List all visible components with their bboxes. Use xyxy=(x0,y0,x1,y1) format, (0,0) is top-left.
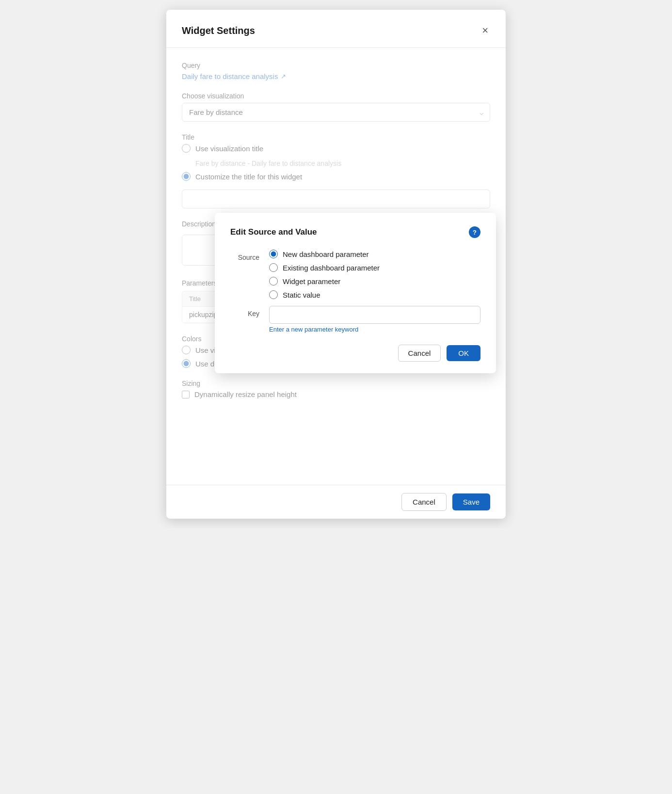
modal-body: Query Daily fare to distance analysis ↗ … xyxy=(166,48,506,485)
key-hint: Enter a new parameter keyword xyxy=(269,326,480,333)
sub-cancel-button[interactable]: Cancel xyxy=(398,345,441,362)
close-button[interactable]: × xyxy=(480,23,490,38)
source-radio-group: New dashboard parameter Existing dashboa… xyxy=(269,250,380,299)
key-field-row: Key pickupzip Enter a new parameter keyw… xyxy=(230,306,480,333)
key-input[interactable]: pickupzip xyxy=(269,306,480,324)
sub-dialog-footer: Cancel OK xyxy=(230,345,480,362)
source-new-dashboard-row: New dashboard parameter xyxy=(269,250,380,258)
save-button[interactable]: Save xyxy=(452,493,490,510)
sub-dialog-header: Edit Source and Value ? xyxy=(230,226,480,238)
source-static-label: Static value xyxy=(283,291,320,299)
widget-settings-modal: Widget Settings × Query Daily fare to di… xyxy=(166,10,506,519)
source-new-dashboard-radio[interactable] xyxy=(269,250,278,258)
key-label: Key xyxy=(230,306,259,318)
source-static-radio[interactable] xyxy=(269,290,278,299)
edit-source-value-dialog: Edit Source and Value ? Source New dashb… xyxy=(215,213,496,373)
source-widget-label: Widget parameter xyxy=(283,277,340,286)
cancel-button[interactable]: Cancel xyxy=(401,493,447,511)
source-widget-radio[interactable] xyxy=(269,277,278,286)
source-widget-row: Widget parameter xyxy=(269,277,380,286)
modal-footer: Cancel Save xyxy=(166,485,506,519)
source-existing-dashboard-row: Existing dashboard parameter xyxy=(269,263,380,272)
sub-dialog-title: Edit Source and Value xyxy=(230,227,317,237)
source-new-dashboard-label: New dashboard parameter xyxy=(283,250,369,258)
source-field-row: Source New dashboard parameter Existing … xyxy=(230,250,480,299)
source-existing-dashboard-radio[interactable] xyxy=(269,263,278,272)
sub-ok-button[interactable]: OK xyxy=(447,345,480,361)
source-label: Source xyxy=(230,250,259,261)
modal-title: Widget Settings xyxy=(182,25,255,36)
source-existing-dashboard-label: Existing dashboard parameter xyxy=(283,264,380,272)
key-input-wrapper: pickupzip Enter a new parameter keyword xyxy=(269,306,480,333)
source-static-row: Static value xyxy=(269,290,380,299)
sub-dialog-body: Source New dashboard parameter Existing … xyxy=(230,250,480,333)
modal-header: Widget Settings × xyxy=(166,10,506,48)
help-icon[interactable]: ? xyxy=(469,226,480,238)
